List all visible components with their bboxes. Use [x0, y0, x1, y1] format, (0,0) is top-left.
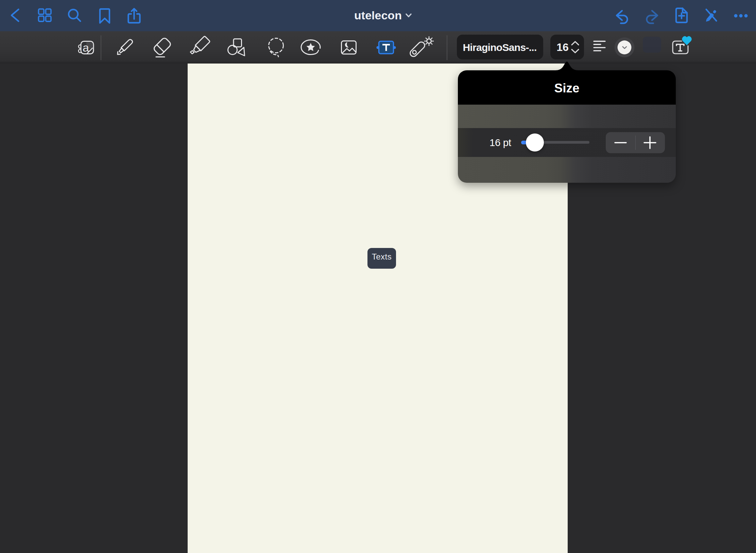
- svg-text:16: 16: [556, 41, 569, 53]
- svg-text:HiraginoSans-...: HiraginoSans-...: [463, 42, 536, 53]
- svg-text:a: a: [83, 41, 89, 54]
- svg-text:utelecon: utelecon: [354, 9, 402, 22]
